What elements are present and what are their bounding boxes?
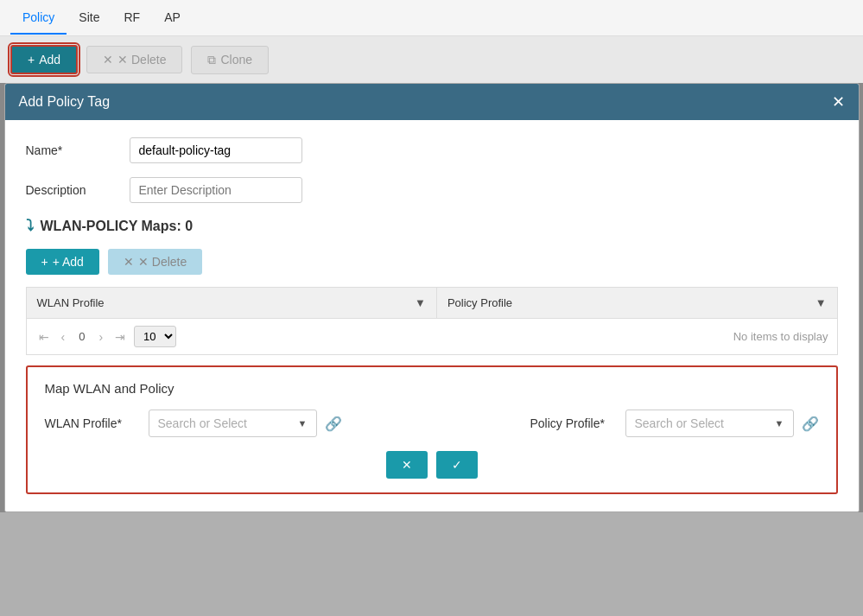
plus-icon: + <box>41 255 48 269</box>
wlan-add-label: + Add <box>53 255 84 269</box>
wlan-policy-title: WLAN-POLICY Maps: 0 <box>41 219 194 234</box>
dropdown-arrow-policy-icon: ▼ <box>775 418 784 429</box>
x-icon: ✕ <box>124 255 134 269</box>
map-section-title: Map WLAN and Policy <box>45 381 819 396</box>
filter-icon-policy[interactable]: ▼ <box>815 296 827 309</box>
nav-policy[interactable]: Policy <box>10 2 67 35</box>
modal-header: Add Policy Tag ✕ <box>5 84 859 120</box>
modal-title: Add Policy Tag <box>19 94 111 110</box>
page-number: 0 <box>73 330 90 343</box>
wlan-add-button[interactable]: + + Add <box>26 249 99 275</box>
last-page-button[interactable]: ⇥ <box>111 328 129 346</box>
nav-rf[interactable]: RF <box>111 2 152 35</box>
wlan-policy-table: WLAN Profile ▼ Policy Profile ▼ <box>26 287 838 319</box>
clone-icon: ⧉ <box>207 53 216 67</box>
add-button[interactable]: + Add <box>10 45 78 74</box>
wlan-delete-button: ✕ ✕ Delete <box>108 249 202 275</box>
first-page-button[interactable]: ⇤ <box>35 328 53 346</box>
name-input[interactable] <box>130 137 302 163</box>
add-label: Add <box>39 53 60 67</box>
map-confirm-button[interactable]: ✓ <box>436 451 478 479</box>
map-form-row: WLAN Profile* Search or Select ▼ 🔗 Polic… <box>45 410 819 437</box>
wlan-profile-select-wrap: Search or Select ▼ 🔗 <box>149 410 342 437</box>
prev-page-button[interactable]: ‹ <box>58 328 69 346</box>
no-items-text: No items to display <box>733 330 828 343</box>
description-input[interactable] <box>130 177 302 203</box>
add-policy-tag-modal: Add Policy Tag ✕ Name* Description ⤵ WLA… <box>4 83 860 512</box>
plus-icon: + <box>28 53 35 67</box>
modal-close-button[interactable]: ✕ <box>832 94 845 110</box>
wlan-profile-label: WLAN Profile* <box>45 416 140 430</box>
map-action-buttons: ✕ ✓ <box>45 451 819 479</box>
policy-profile-placeholder: Search or Select <box>635 416 725 430</box>
nav-site[interactable]: Site <box>67 2 111 35</box>
delete-button: ✕ ✕ Delete <box>86 46 182 73</box>
modal-overlay: Add Policy Tag ✕ Name* Description ⤵ WLA… <box>0 83 863 512</box>
wlan-delete-label: ✕ Delete <box>138 255 187 269</box>
pagination-row: ⇤ ‹ 0 › ⇥ 10 25 50 No items to display <box>26 319 838 355</box>
policy-profile-select[interactable]: Search or Select ▼ <box>625 410 794 437</box>
filter-icon[interactable]: ▼ <box>415 296 426 309</box>
clone-button: ⧉ Clone <box>191 46 269 74</box>
wlan-profile-col-header: WLAN Profile ▼ <box>26 288 436 319</box>
description-label: Description <box>26 183 130 197</box>
nav-ap[interactable]: AP <box>152 2 193 35</box>
wlan-subtoolbar: + + Add ✕ ✕ Delete <box>26 249 838 275</box>
wlan-profile-select[interactable]: Search or Select ▼ <box>149 410 317 437</box>
map-cancel-button[interactable]: ✕ <box>386 451 428 479</box>
description-row: Description <box>26 177 838 203</box>
wlan-policy-heading: ⤵ WLAN-POLICY Maps: 0 <box>26 217 838 235</box>
top-navigation: Policy Site RF AP <box>0 0 863 36</box>
next-page-button[interactable]: › <box>95 328 106 346</box>
map-wlan-policy-section: Map WLAN and Policy WLAN Profile* Search… <box>26 365 838 494</box>
policy-profile-select-wrap: Search or Select ▼ 🔗 <box>625 410 819 437</box>
modal-body: Name* Description ⤵ WLAN-POLICY Maps: 0 … <box>5 120 859 511</box>
delete-label: ✕ Delete <box>117 53 166 67</box>
wlan-link-icon[interactable]: 🔗 <box>325 416 342 432</box>
x-icon: ✕ <box>103 53 113 67</box>
chevron-down-icon: ⤵ <box>26 217 34 235</box>
policy-link-icon[interactable]: 🔗 <box>802 416 819 432</box>
policy-profile-label: Policy Profile* <box>530 416 617 430</box>
main-toolbar: + Add ✕ ✕ Delete ⧉ Clone <box>0 36 863 83</box>
page-size-select[interactable]: 10 25 50 <box>134 326 176 347</box>
clone-label: Clone <box>220 53 252 67</box>
wlan-profile-placeholder: Search or Select <box>158 416 248 430</box>
name-row: Name* <box>26 137 838 163</box>
policy-profile-col-header: Policy Profile ▼ <box>436 288 837 319</box>
dropdown-arrow-icon: ▼ <box>298 418 308 429</box>
name-label: Name* <box>26 143 130 157</box>
pagination-controls: ⇤ ‹ 0 › ⇥ 10 25 50 <box>35 326 177 347</box>
